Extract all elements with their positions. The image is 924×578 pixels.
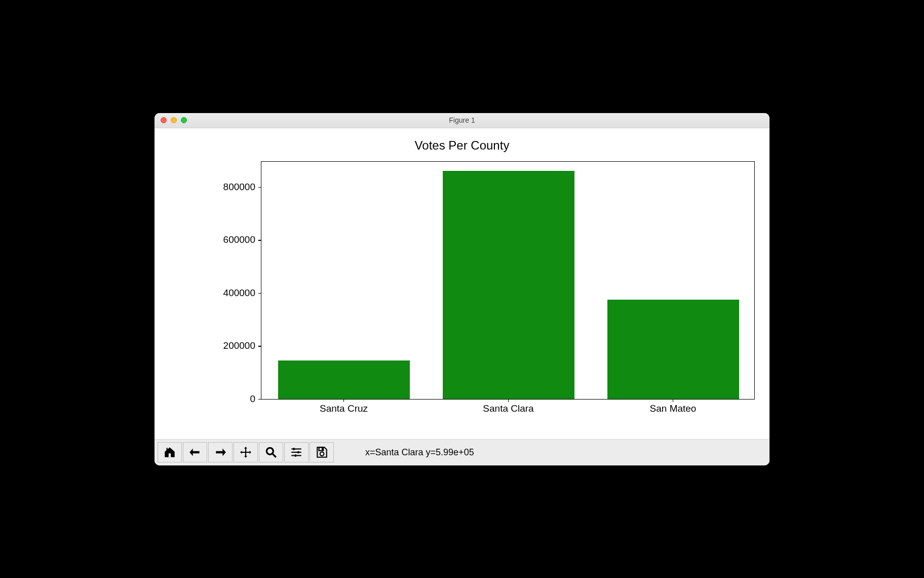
forward-button[interactable] [208,442,233,462]
sliders-icon [290,446,303,459]
arrow-right-icon [214,446,227,459]
minimize-icon[interactable] [171,117,177,123]
back-button[interactable] [183,442,207,462]
bar [443,171,574,399]
xtick-label: Santa Cruz [320,403,368,414]
close-icon[interactable] [161,117,167,123]
window-title: Figure 1 [155,116,769,124]
move-icon [239,446,252,459]
ytick-label: 600000 [223,234,261,245]
save-button[interactable] [310,442,334,462]
arrow-left-icon [188,446,202,459]
save-icon [315,446,328,459]
xtick-label: Santa Clara [483,403,533,414]
ytick-label: 0 [250,393,261,405]
plot-canvas[interactable]: Votes Per County Santa CruzSanta ClaraSa… [155,128,769,439]
home-icon [163,446,176,459]
svg-line-1 [273,454,276,457]
ytick-label: 400000 [223,287,261,299]
svg-point-0 [266,448,273,454]
maximize-icon[interactable] [181,117,187,123]
pan-button[interactable] [234,442,258,462]
configure-button[interactable] [284,442,309,462]
xtick-mark [343,399,344,402]
svg-point-10 [320,452,324,456]
ytick-label: 800000 [223,182,261,193]
svg-rect-3 [293,448,295,450]
toolbar: x=Santa Clara y=5.99e+05 [155,439,769,465]
figure-window: Figure 1 Votes Per County Santa CruzSant… [155,113,769,465]
ytick-label: 200000 [223,340,261,351]
svg-rect-7 [295,454,296,456]
window-controls [155,117,187,123]
svg-rect-5 [297,451,299,453]
svg-rect-9 [322,448,323,450]
bar [278,360,410,399]
cursor-coordinates: x=Santa Clara y=5.99e+05 [365,447,474,458]
titlebar: Figure 1 [155,113,769,128]
chart-title: Votes Per County [155,138,769,153]
magnify-icon [264,446,278,459]
xtick-mark [673,399,674,402]
xtick-mark [508,399,509,402]
zoom-button[interactable] [259,442,283,462]
xtick-label: San Mateo [650,403,697,414]
bar [607,300,739,399]
home-button[interactable] [158,442,182,462]
chart-axes: Santa CruzSanta ClaraSan Mateo0200000400… [261,161,755,400]
